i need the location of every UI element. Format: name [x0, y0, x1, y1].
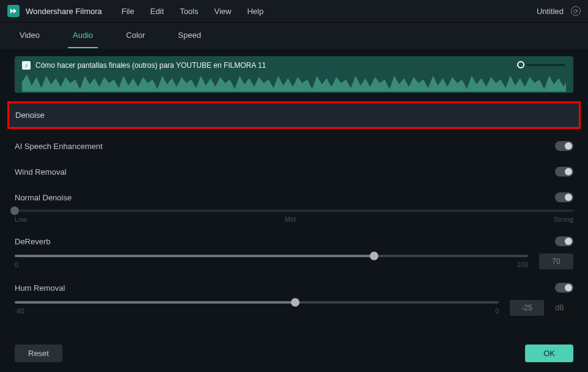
dereverb-min: 0: [15, 261, 18, 268]
app-logo-icon: [7, 5, 20, 17]
denoise-section-header[interactable]: Denoise: [7, 101, 581, 129]
dereverb-label: DeReverb: [15, 237, 51, 246]
volume-keyframe[interactable]: [517, 61, 524, 68]
normal-denoise-toggle[interactable]: [555, 192, 573, 202]
menu-file[interactable]: File: [122, 7, 134, 16]
denoise-low-tick: Low: [15, 216, 27, 223]
ok-button[interactable]: OK: [525, 345, 573, 362]
reset-button[interactable]: Reset: [15, 345, 62, 362]
tab-video[interactable]: Video: [15, 23, 45, 48]
normal-denoise-slider[interactable]: [15, 210, 573, 212]
tab-speed[interactable]: Speed: [173, 23, 206, 48]
property-tabs: Video Audio Color Speed: [0, 22, 588, 49]
denoise-strong-tick: Strong: [554, 216, 573, 223]
dereverb-value[interactable]: 70: [539, 253, 573, 269]
menu-view[interactable]: View: [214, 7, 231, 16]
hum-min: -60: [15, 307, 24, 315]
dereverb-toggle[interactable]: [555, 236, 573, 246]
titlebar: Wondershare Filmora File Edit Tools View…: [0, 0, 588, 22]
wind-removal-toggle[interactable]: [555, 167, 573, 177]
wind-removal-label: Wind Removal: [15, 167, 67, 177]
sync-icon[interactable]: ⟳: [571, 6, 581, 16]
hum-removal-toggle[interactable]: [555, 283, 573, 293]
project-name: Untitled: [537, 7, 564, 16]
hum-removal-slider[interactable]: [15, 301, 499, 304]
dereverb-max: 100: [517, 261, 528, 268]
tab-color[interactable]: Color: [121, 23, 150, 48]
ai-speech-toggle[interactable]: [555, 141, 573, 151]
menu-tools[interactable]: Tools: [180, 7, 198, 16]
main-menu: File Edit Tools View Help: [122, 7, 263, 16]
volume-line: [527, 64, 565, 66]
hum-removal-label: Hum Removal: [15, 283, 65, 293]
dereverb-slider[interactable]: [15, 255, 528, 257]
app-name: Wondershare Filmora: [26, 7, 102, 16]
normal-denoise-label: Normal Denoise: [15, 193, 72, 202]
audio-clip-waveform[interactable]: ♪ Cómo hacer pantallas finales (outros) …: [15, 56, 573, 93]
menu-help[interactable]: Help: [247, 7, 263, 16]
music-icon: ♪: [22, 61, 31, 70]
footer: Reset OK: [15, 337, 573, 372]
tab-audio[interactable]: Audio: [68, 23, 98, 48]
denoise-mid-tick: Mid: [285, 216, 296, 223]
clip-title: Cómo hacer pantallas finales (outros) pa…: [35, 61, 266, 70]
waveform-icon: [22, 72, 566, 92]
hum-removal-value[interactable]: -25: [510, 300, 544, 316]
hum-unit: dB: [555, 304, 573, 312]
hum-max: 0: [495, 307, 499, 315]
menu-edit[interactable]: Edit: [150, 7, 164, 16]
ai-speech-label: AI Speech Enhancement: [15, 142, 103, 151]
